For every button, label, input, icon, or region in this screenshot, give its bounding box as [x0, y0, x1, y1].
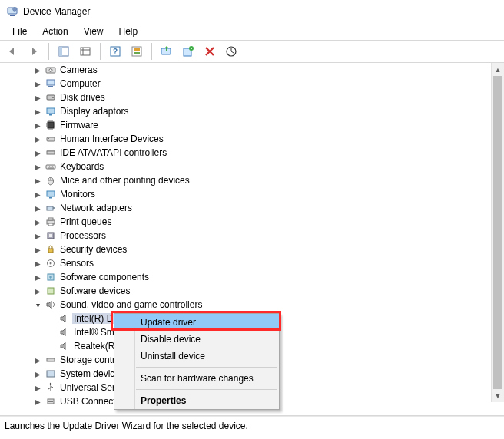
chevron-right-icon[interactable]: ▶	[32, 121, 43, 130]
tree-item[interactable]: ▶ Mice and other pointing devices	[2, 173, 504, 187]
menu-file[interactable]: File	[5, 25, 35, 38]
speaker-icon	[45, 299, 57, 311]
chevron-right-icon[interactable]: ▶	[32, 246, 43, 254]
firmware-icon	[45, 119, 57, 131]
status-bar: Launches the Update Driver Wizard for th…	[0, 416, 504, 434]
chevron-right-icon[interactable]: ▶	[32, 163, 43, 171]
svg-rect-24	[47, 137, 55, 141]
speaker-icon	[58, 312, 71, 325]
svg-rect-46	[48, 401, 53, 402]
chevron-right-icon[interactable]: ▶	[32, 259, 43, 268]
tree-item[interactable]: ▶ Computer	[2, 77, 504, 91]
tree-item-label: Universal Seri	[58, 382, 119, 393]
toolbar-uninstall-button[interactable]	[179, 42, 197, 61]
chevron-right-icon[interactable]: ▶	[32, 204, 43, 213]
chevron-right-icon[interactable]: ▶	[32, 398, 43, 406]
context-menu-uninstall-device[interactable]: Uninstall device	[114, 348, 279, 365]
tree-item-label: Software components	[58, 272, 151, 282]
svg-point-20	[52, 97, 54, 98]
tree-item-label: Human Interface Devices	[58, 134, 165, 144]
svg-point-16	[49, 69, 52, 72]
chevron-right-icon[interactable]: ▶	[32, 287, 43, 295]
tree-item[interactable]: ▶ Firmware	[2, 118, 504, 132]
tree-item[interactable]: ▶ Software devices	[2, 284, 504, 298]
sensor-icon	[45, 257, 57, 269]
toolbar-help-button[interactable]: ?	[106, 42, 124, 61]
tree-item[interactable]: ▶ Sensors	[2, 256, 504, 270]
chevron-right-icon[interactable]: ▶	[32, 177, 43, 185]
tree-item[interactable]: ▶ Disk drives	[2, 91, 504, 104]
context-menu-separator	[136, 389, 277, 390]
toolbar-action-button[interactable]	[128, 42, 146, 61]
tree-item-sound-category[interactable]: ▾ Sound, video and game controllers	[2, 298, 504, 312]
menu-action[interactable]: Action	[35, 25, 75, 38]
chevron-right-icon[interactable]: ▶	[32, 135, 43, 144]
chevron-right-icon[interactable]: ▶	[32, 370, 43, 378]
speaker-icon	[58, 326, 71, 338]
chevron-right-icon[interactable]: ▶	[32, 107, 43, 116]
tree-item[interactable]: ▶ IDE ATA/ATAPI controllers	[2, 146, 504, 160]
svg-rect-18	[48, 86, 53, 87]
toolbar-separator	[151, 43, 152, 60]
storage-controller-icon	[45, 354, 57, 366]
toolbar-update-driver-button[interactable]	[158, 42, 176, 61]
svg-rect-21	[47, 108, 55, 114]
tree-item[interactable]: ▶ Security devices	[2, 243, 504, 256]
security-device-icon	[45, 243, 57, 256]
chevron-right-icon[interactable]: ▶	[32, 190, 43, 199]
toolbar: ?	[0, 40, 504, 63]
computer-icon	[45, 78, 57, 90]
chevron-right-icon[interactable]: ▶	[32, 273, 43, 282]
svg-rect-34	[48, 223, 53, 226]
chevron-right-icon[interactable]: ▶	[32, 66, 43, 74]
chevron-right-icon[interactable]: ▶	[32, 149, 43, 157]
scroll-down-arrow-icon[interactable]: ▼	[492, 389, 504, 402]
tree-item[interactable]: ▶ Processors	[2, 229, 504, 243]
chevron-right-icon[interactable]: ▶	[32, 356, 43, 365]
system-device-icon	[45, 368, 57, 380]
scrollbar-thumb[interactable]	[493, 76, 502, 389]
svg-rect-30	[49, 197, 52, 199]
chevron-down-icon[interactable]: ▾	[32, 301, 43, 309]
context-menu-properties[interactable]: Properties	[114, 392, 279, 409]
tree-item[interactable]: ▶ Keyboards	[2, 160, 504, 173]
toolbar-back-button[interactable]	[3, 42, 22, 61]
app-icon	[6, 5, 18, 18]
menu-help[interactable]: Help	[111, 25, 146, 38]
toolbar-scan-button[interactable]	[222, 42, 240, 61]
context-menu-scan-hardware[interactable]: Scan for hardware changes	[114, 370, 279, 387]
vertical-scrollbar[interactable]: ▲ ▼	[491, 63, 504, 402]
toolbar-properties-button[interactable]	[76, 42, 94, 61]
tree-item[interactable]: ▶ Monitors	[2, 187, 504, 201]
tree-item[interactable]: ▶ Print queues	[2, 215, 504, 229]
scrollbar-track[interactable]	[492, 76, 504, 389]
tree-item-label: Monitors	[58, 189, 97, 200]
chevron-right-icon[interactable]: ▶	[32, 232, 43, 240]
svg-rect-29	[47, 191, 55, 196]
tree-item[interactable]: ▶ Display adaptors	[2, 104, 504, 118]
tree-item[interactable]: ▶ Human Interface Devices	[2, 132, 504, 146]
tree-item-label: Intel® Sm	[72, 327, 116, 338]
tree-item-label: Security devices	[58, 244, 128, 255]
status-text: Launches the Update Driver Wizard for th…	[5, 421, 248, 431]
svg-rect-22	[49, 114, 52, 116]
svg-rect-10	[134, 52, 140, 54]
context-menu-update-driver[interactable]: Update driver	[114, 314, 279, 331]
tree-item[interactable]: ▶ Cameras	[2, 63, 504, 77]
toolbar-forward-button[interactable]	[25, 42, 43, 61]
toolbar-show-hide-panel-button[interactable]	[55, 42, 73, 61]
toolbar-disable-button[interactable]	[201, 42, 219, 61]
processor-icon	[45, 229, 57, 242]
menu-view[interactable]: View	[76, 25, 111, 38]
chevron-right-icon[interactable]: ▶	[32, 218, 43, 226]
chevron-right-icon[interactable]: ▶	[32, 94, 43, 102]
software-component-icon	[45, 271, 57, 283]
chevron-right-icon[interactable]: ▶	[32, 80, 43, 88]
context-menu-disable-device[interactable]: Disable device	[114, 331, 279, 348]
hid-icon	[45, 133, 57, 145]
chevron-right-icon[interactable]: ▶	[32, 384, 43, 392]
scroll-up-arrow-icon[interactable]: ▲	[492, 63, 504, 76]
svg-point-39	[50, 262, 52, 265]
tree-item[interactable]: ▶ Network adapters	[2, 201, 504, 215]
tree-item[interactable]: ▶ Software components	[2, 270, 504, 284]
